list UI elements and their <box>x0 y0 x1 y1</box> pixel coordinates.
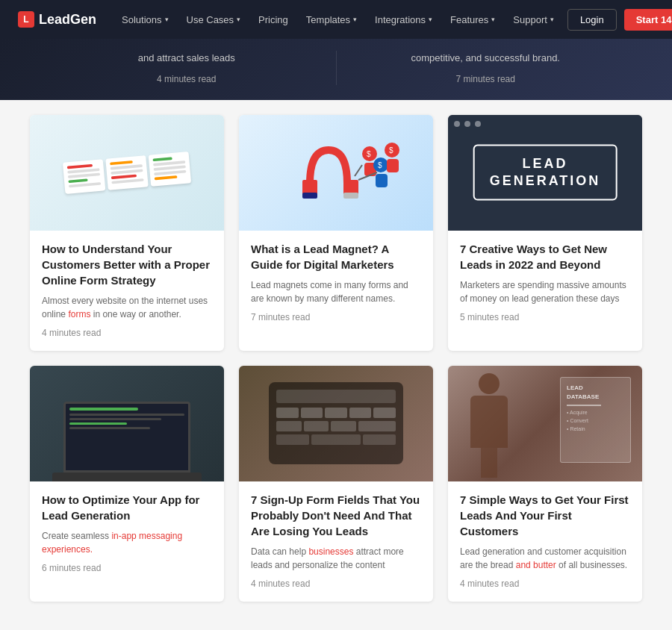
svg-rect-2 <box>302 193 317 199</box>
glass-board: LEADDATABASE • Acquire• Convert• Retain <box>560 377 631 463</box>
magnet-container: $ $ $ <box>254 115 418 231</box>
highlight-4: in-app messagingexperiences. <box>42 531 182 555</box>
svg-rect-9 <box>376 174 388 187</box>
login-button[interactable]: Login <box>567 9 617 31</box>
card-4-read: 6 minutes read <box>42 563 101 573</box>
card-5-image <box>239 366 433 481</box>
hero-excerpt-1: and attract sales leads <box>52 51 321 66</box>
card-3-image: LEADGENERATION <box>448 115 642 231</box>
key-row-3 <box>276 434 396 445</box>
card-4-desc: Create seamless in-app messagingexperien… <box>42 529 212 556</box>
nav-use-cases[interactable]: Use Cases ▾ <box>179 10 249 30</box>
card-2-title: What is a Lead Magnet? A Guide for Digit… <box>251 241 421 272</box>
svg-rect-12 <box>387 159 399 172</box>
chevron-down-icon: ▾ <box>353 16 357 23</box>
hero-read-2: 7 minutes read <box>456 74 515 84</box>
nav-templates[interactable]: Templates ▾ <box>299 10 364 30</box>
card-5-desc: Data can help businesses attract more le… <box>251 545 421 572</box>
form-mini-1 <box>63 159 105 194</box>
svg-text:$: $ <box>389 146 393 155</box>
card-grid-row1: How to Understand Your Customers Better … <box>30 115 642 351</box>
card-5-read: 4 minutes read <box>251 578 310 589</box>
lead-gen-text: LEADGENERATION <box>473 145 617 201</box>
card-3-title: 7 Creative Ways to Get New Leads in 2022… <box>460 241 630 272</box>
card-3-body: 7 Creative Ways to Get New Leads in 2022… <box>448 231 642 335</box>
hero-excerpt-2: competitive, and successful brand. <box>352 51 620 66</box>
nav-support[interactable]: Support ▾ <box>505 10 561 30</box>
card-2-read: 7 minutes read <box>251 312 310 322</box>
navbar: L LeadGen Solutions ▾ Use Cases ▾ Pricin… <box>0 0 672 39</box>
card-1-desc: Almost every website on the internet use… <box>42 294 212 321</box>
svg-text:$: $ <box>367 150 371 158</box>
svg-text:$: $ <box>378 161 382 169</box>
card-6-image: LEADDATABASE • Acquire• Convert• Retain <box>448 366 642 481</box>
nav-right: Login Start 14-Day Trial <box>567 9 672 31</box>
hero-read-1: 4 minutes read <box>157 74 216 84</box>
card-4-title: How to Optimize Your App for Lead Genera… <box>42 492 212 523</box>
card-1-title: How to Understand Your Customers Better … <box>42 241 212 288</box>
chevron-down-icon: ▾ <box>550 16 554 23</box>
key-row-2 <box>276 421 396 431</box>
logo-icon: L <box>18 11 34 28</box>
main-content: How to Understand Your Customers Better … <box>0 100 672 631</box>
chevron-down-icon: ▾ <box>165 16 169 23</box>
card-2[interactable]: $ $ $ What is a Lead Magnet? A <box>239 115 433 351</box>
highlight-6: and butter <box>516 560 556 570</box>
card-6-read: 4 minutes read <box>460 578 519 589</box>
logo-area[interactable]: L LeadGen <box>18 11 96 28</box>
form-mini-2 <box>105 155 148 190</box>
key-row-1 <box>276 408 396 418</box>
card-1-read: 4 minutes read <box>42 328 101 338</box>
card-5[interactable]: 7 Sign-Up Form Fields That You Probably … <box>239 366 433 602</box>
chevron-down-icon: ▾ <box>491 16 495 23</box>
card-2-image: $ $ $ <box>239 115 433 231</box>
card-3-desc: Marketers are spending massive amounts o… <box>460 278 630 305</box>
card-1[interactable]: How to Understand Your Customers Better … <box>30 115 224 351</box>
card-5-title: 7 Sign-Up Form Fields That You Probably … <box>251 492 421 539</box>
svg-rect-3 <box>343 193 358 199</box>
keyboard-container <box>254 367 418 479</box>
card-6[interactable]: LEADDATABASE • Acquire• Convert• Retain … <box>448 366 642 602</box>
card-4-image <box>30 366 224 481</box>
card-grid-row2: How to Optimize Your App for Lead Genera… <box>30 366 642 602</box>
chevron-down-icon: ▾ <box>237 16 240 23</box>
nav-pricing[interactable]: Pricing <box>251 10 296 30</box>
chevron-down-icon: ▾ <box>429 16 432 23</box>
card-6-desc: Lead generation and customer acquisition… <box>460 545 630 572</box>
card-4[interactable]: How to Optimize Your App for Lead Genera… <box>30 366 224 602</box>
card-3-read: 5 minutes read <box>460 312 519 322</box>
laptop-visual <box>52 392 202 481</box>
card-4-body: How to Optimize Your App for Lead Genera… <box>30 481 224 586</box>
highlight: forms <box>68 309 90 319</box>
hero-col-1: and attract sales leads 4 minutes read <box>37 51 337 85</box>
lead-gen-dots <box>454 121 481 127</box>
nav-integrations[interactable]: Integrations ▾ <box>367 10 440 30</box>
nav-solutions[interactable]: Solutions ▾ <box>114 10 175 30</box>
card-2-body: What is a Lead Magnet? A Guide for Digit… <box>239 231 433 335</box>
person-area <box>463 373 515 481</box>
card-6-title: 7 Simple Ways to Get Your First Leads An… <box>460 492 630 539</box>
logo-text: LeadGen <box>39 12 96 28</box>
highlight-5: businesses <box>308 546 353 557</box>
hero-strip: and attract sales leads 4 minutes read c… <box>0 39 672 100</box>
card-1-body: How to Understand Your Customers Better … <box>30 231 224 351</box>
form-mini-3 <box>149 152 191 187</box>
trial-button[interactable]: Start 14-Day Trial <box>624 9 672 31</box>
board-text: LEADDATABASE • Acquire• Convert• Retain <box>567 384 624 434</box>
nav-items: Solutions ▾ Use Cases ▾ Pricing Template… <box>114 10 561 30</box>
card-2-desc: Lead magnets come in many forms and are … <box>251 278 421 305</box>
card-5-body: 7 Sign-Up Form Fields That You Probably … <box>239 481 433 602</box>
magnet-svg: $ $ $ <box>261 124 411 221</box>
nav-features[interactable]: Features ▾ <box>443 10 503 30</box>
card-3[interactable]: LEADGENERATION 7 Creative Ways to Get Ne… <box>448 115 642 351</box>
card-1-image <box>30 115 224 231</box>
card-6-body: 7 Simple Ways to Get Your First Leads An… <box>448 481 642 602</box>
hero-col-2: competitive, and successful brand. 7 min… <box>337 51 635 85</box>
